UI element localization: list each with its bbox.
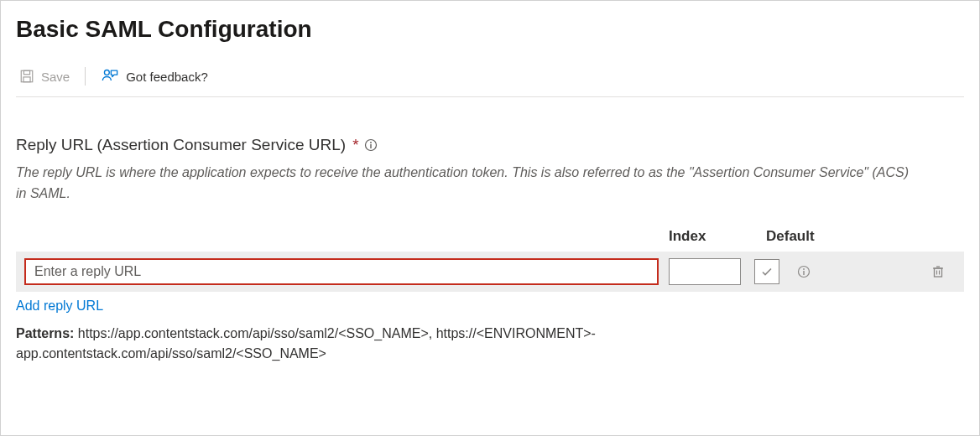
svg-rect-0 <box>21 70 33 82</box>
check-icon <box>760 265 774 278</box>
patterns-value: https://app.contentstack.com/api/sso/sam… <box>16 326 596 361</box>
delete-row-button[interactable] <box>925 259 951 284</box>
svg-point-3 <box>105 70 110 75</box>
svg-point-5 <box>370 142 372 143</box>
svg-point-8 <box>803 268 805 270</box>
column-header-index: Index <box>669 228 766 245</box>
svg-rect-2 <box>23 77 30 82</box>
save-icon <box>19 69 34 84</box>
page-title: Basic SAML Configuration <box>16 16 964 43</box>
feedback-icon <box>101 68 119 85</box>
reply-url-input[interactable] <box>24 258 659 285</box>
trash-icon <box>930 264 946 279</box>
svg-rect-1 <box>23 70 29 75</box>
column-url-spacer <box>16 228 669 245</box>
required-marker: * <box>352 136 358 154</box>
saml-config-panel: Basic SAML Configuration Save Go <box>0 0 980 436</box>
default-check-button[interactable] <box>754 259 779 284</box>
feedback-button-label: Got feedback? <box>126 70 208 84</box>
section-label: Reply URL (Assertion Consumer Service UR… <box>16 136 964 154</box>
info-icon[interactable] <box>364 138 378 152</box>
feedback-button[interactable]: Got feedback? <box>97 66 211 86</box>
svg-rect-9 <box>803 271 804 275</box>
section-label-text: Reply URL (Assertion Consumer Service UR… <box>16 136 346 154</box>
svg-rect-10 <box>935 268 942 277</box>
index-input[interactable] <box>669 258 741 285</box>
column-header-default: Default <box>766 228 867 245</box>
toolbar-divider <box>85 67 86 86</box>
patterns-text: Patterns: https://app.contentstack.com/a… <box>16 324 771 366</box>
add-reply-url-link[interactable]: Add reply URL <box>16 298 103 314</box>
patterns-label: Patterns: <box>16 326 74 340</box>
row-actions <box>754 259 828 284</box>
column-headers: Index Default <box>16 228 964 245</box>
row-info-icon[interactable] <box>791 259 816 284</box>
save-button[interactable]: Save <box>16 67 73 86</box>
section-description: The reply URL is where the application e… <box>16 163 922 205</box>
reply-url-row <box>16 252 964 292</box>
save-button-label: Save <box>41 70 70 84</box>
svg-rect-6 <box>370 144 371 148</box>
toolbar: Save Got feedback? <box>16 66 964 97</box>
